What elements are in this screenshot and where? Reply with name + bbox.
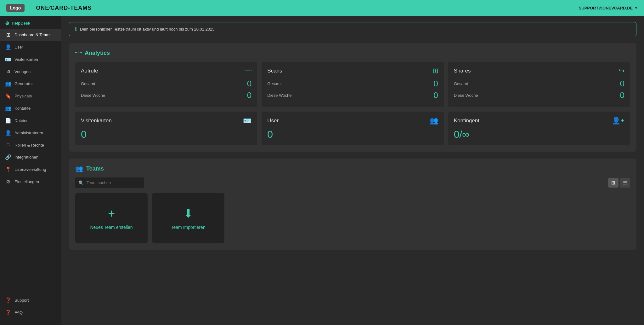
view-toggle: ⊞ ☰ (608, 178, 630, 188)
analytics-card-aufrufe: Aufrufe 〰 Gesamt 0 Diese Woche 0 (75, 62, 257, 107)
sidebar-item-einstellungen[interactable]: ⚙ Einstellungen (0, 176, 61, 188)
sidebar-item-rollen-rechte[interactable]: 🛡 Rollen & Rechte (0, 139, 61, 151)
scans-week-value: 0 (433, 90, 438, 100)
scans-week-label: Diese Woche (267, 93, 291, 98)
dateien-icon: 📄 (5, 118, 11, 124)
einstellungen-icon: ⚙ (5, 179, 11, 185)
user-icon: 👤 (5, 44, 11, 50)
visitenkarten-icon: 🪪 (5, 56, 11, 62)
analytics-title: Analytics (85, 50, 110, 56)
sidebar: ⊕ HelpDesk ⊞ Dashboard & Teams 👤 User 🪪 … (0, 16, 61, 325)
shares-gesamt-label: Gesamt (454, 81, 468, 86)
scans-gesamt-label: Gesamt (267, 81, 282, 86)
analytics-card-user: User 👥 0 (262, 112, 443, 145)
user-value: 0 (267, 129, 438, 140)
sidebar-item-label: Dateien (14, 118, 29, 123)
scans-title: Scans (267, 68, 282, 74)
import-team-card[interactable]: ⬇ Team Importieren (152, 193, 224, 243)
sidebar-item-physicals[interactable]: 🔖 Physicals (0, 90, 61, 102)
faq-icon: ❓ (5, 310, 11, 316)
sidebar-item-label: Integrationen (14, 155, 38, 160)
grid-view-button[interactable]: ⊞ (608, 178, 619, 188)
analytics-grid: Aufrufe 〰 Gesamt 0 Diese Woche 0 S (75, 62, 630, 145)
sidebar-item-administratoren[interactable]: 👤 Administratoren (0, 127, 61, 139)
team-search-input[interactable] (75, 177, 144, 188)
aufrufe-icon: 〰 (245, 67, 251, 75)
teams-title: Teams (86, 165, 104, 172)
new-team-icon: + (108, 207, 115, 220)
sidebar-item-label: Support (14, 298, 29, 303)
analytics-header: 〰 Analytics (75, 49, 630, 57)
analytics-section: 〰 Analytics Aufrufe 〰 Gesamt 0 Diese Woc… (69, 43, 636, 152)
sidebar-item-dateien[interactable]: 📄 Dateien (0, 114, 61, 127)
sidebar-item-label: Kontakte (14, 106, 31, 111)
sidebar-item-integrationen[interactable]: 🔗 Integrationen (0, 151, 61, 163)
sidebar-item-visitenkarten[interactable]: 🪪 Visitenkarten (0, 53, 61, 66)
administratoren-icon: 👤 (5, 130, 11, 136)
search-wrapper: 🔍 (75, 177, 605, 188)
teams-search-row: 🔍 ⊞ ☰ (75, 177, 630, 188)
sidebar-item-label: Dashboard & Teams (14, 32, 52, 37)
import-team-icon: ⬇ (183, 206, 193, 220)
sidebar-item-label: Einstellungen (14, 179, 39, 184)
sidebar-item-label: Physicals (14, 94, 32, 98)
kontingent-card-icon: 👤+ (612, 117, 624, 125)
sidebar-item-faq[interactable]: ❓ FAQ (0, 306, 61, 319)
sidebar-item-label: User (14, 45, 23, 49)
user-menu[interactable]: SUPPORT@ONEVCARD.DE ▼ (579, 6, 638, 10)
list-view-button[interactable]: ☰ (620, 178, 630, 188)
shares-icon: ↪ (619, 67, 624, 75)
sidebar-item-lizenzverwaltung[interactable]: 📍 Lizenzverwaltung (0, 163, 61, 176)
sidebar-item-kontakte[interactable]: 👥 Kontakte (0, 102, 61, 114)
kontingent-card-title: Kontingent (454, 118, 479, 124)
teams-cards: + Neues Team erstellen ⬇ Team Importiere… (75, 193, 630, 243)
shares-title: Shares (454, 68, 471, 74)
kontingent-value: 0/∞ (454, 129, 624, 140)
sidebar-item-vorlagen[interactable]: 🖥 Vorlagen (0, 66, 61, 78)
sidebar-helpdesk: ⊕ HelpDesk (0, 16, 61, 29)
teams-icon: 👥 (75, 165, 83, 172)
sidebar-item-generator[interactable]: 👥 Generator (0, 78, 61, 90)
logo: Logo (6, 4, 25, 12)
shares-week-value: 0 (620, 90, 624, 100)
kontakte-icon: 👥 (5, 105, 11, 111)
vorlagen-icon: 🖥 (5, 69, 11, 74)
sidebar-item-label: Vorlagen (14, 69, 31, 74)
physicals-icon: 🔖 (5, 93, 11, 99)
new-team-label: Neues Team erstellen (90, 225, 133, 230)
shares-gesamt-value: 0 (620, 79, 624, 89)
rollen-rechte-icon: 🛡 (5, 142, 11, 148)
sidebar-item-user[interactable]: 👤 User (0, 41, 61, 53)
sidebar-item-label: FAQ (14, 310, 23, 315)
dashboard-teams-icon: ⊞ (5, 32, 11, 38)
sidebar-item-support[interactable]: ❓ Support (0, 294, 61, 306)
analytics-card-visitenkarten: Visitenkarten 🪪 0 (75, 112, 257, 145)
search-icon: 🔍 (78, 180, 84, 185)
banner-text: Dein persönlicher Testzeitraum ist aktiv… (80, 27, 215, 32)
aufrufe-title: Aufrufe (81, 68, 98, 74)
user-email: SUPPORT@ONEVCARD.DE (579, 6, 633, 10)
analytics-card-shares: Shares ↪ Gesamt 0 Diese Woche 0 (448, 62, 630, 107)
sidebar-item-label: Rollen & Rechte (14, 143, 44, 148)
generator-icon: 👥 (5, 81, 11, 87)
shares-week-label: Diese Woche (454, 93, 478, 98)
sidebar-bottom: ❓ Support ❓ FAQ (0, 294, 61, 319)
aufrufe-gesamt-value: 0 (247, 79, 251, 89)
analytics-card-scans: Scans ⊞ Gesamt 0 Diese Woche 0 (262, 62, 443, 107)
helpdesk-icon: ⊕ (5, 20, 9, 26)
integrationen-icon: 🔗 (5, 154, 11, 160)
sidebar-item-label: Visitenkarten (14, 57, 38, 62)
user-card-title: User (267, 118, 279, 124)
aufrufe-week-value: 0 (247, 90, 251, 100)
info-banner: ℹ Dein persönlicher Testzeitraum ist akt… (69, 22, 636, 36)
user-card-icon: 👥 (430, 117, 438, 125)
sidebar-item-dashboard-teams[interactable]: ⊞ Dashboard & Teams (0, 29, 61, 41)
layout: ⊕ HelpDesk ⊞ Dashboard & Teams 👤 User 🪪 … (0, 16, 644, 325)
sidebar-helpdesk-label: HelpDesk (12, 21, 30, 26)
sidebar-item-label: Generator (14, 81, 33, 86)
analytics-card-kontingent: Kontingent 👤+ 0/∞ (448, 112, 630, 145)
info-icon: ℹ (75, 26, 77, 32)
chevron-down-icon: ▼ (635, 6, 638, 10)
visitenkarten-value: 0 (81, 129, 251, 140)
new-team-card[interactable]: + Neues Team erstellen (75, 193, 148, 243)
